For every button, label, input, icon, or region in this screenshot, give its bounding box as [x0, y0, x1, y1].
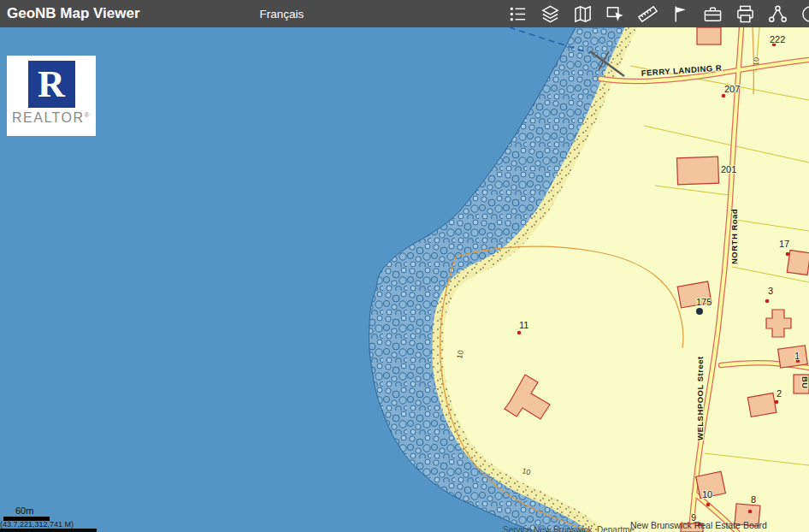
- coordinate-readout: (43.7,221,312,741 M): [0, 520, 74, 529]
- language-toggle-link[interactable]: Français: [260, 8, 304, 21]
- house-number-207: 207: [724, 84, 740, 94]
- realtor-wordmark: REALTOR®: [12, 110, 91, 126]
- share-network-icon: [768, 4, 788, 24]
- toolbar: [507, 3, 809, 24]
- house-number-201: 201: [721, 164, 736, 174]
- house-number-8: 8: [751, 494, 756, 505]
- house-number-2: 2: [777, 388, 782, 399]
- scale-bar: 60m: [3, 505, 50, 521]
- house-number-17: 17: [779, 239, 789, 249]
- share-button[interactable]: [767, 3, 788, 24]
- print-button[interactable]: [735, 3, 755, 24]
- toolbox-icon: [703, 4, 723, 24]
- road-label-bu: BU: [800, 376, 809, 389]
- toolbox-button[interactable]: [702, 3, 723, 24]
- road-label-north-road: NORTH Road: [729, 209, 739, 264]
- legend-button[interactable]: [507, 3, 528, 24]
- geonb-map-viewer: GeoNB Map Viewer Français: [0, 0, 809, 532]
- contour-label: 10: [455, 350, 465, 360]
- house-number-222: 222: [770, 34, 785, 44]
- header-bar: GeoNB Map Viewer Français: [0, 0, 809, 27]
- house-number-3: 3: [768, 286, 773, 296]
- map-viewport[interactable]: 10 10 10: [0, 27, 809, 532]
- measure-icon: [638, 4, 658, 24]
- legend-icon: [508, 4, 528, 24]
- print-icon: [735, 4, 755, 24]
- layers-button[interactable]: [540, 3, 560, 24]
- coordinate-panel-edge: [0, 529, 97, 532]
- realtor-r-icon: R: [28, 61, 75, 108]
- help-icon: [800, 4, 809, 24]
- layers-icon: [540, 4, 560, 24]
- house-number-10: 10: [702, 489, 712, 499]
- identify-icon: [605, 4, 625, 24]
- realtor-logo: R REALTOR®: [7, 56, 96, 136]
- selected-point: [696, 308, 703, 315]
- house-number-175: 175: [696, 297, 712, 307]
- map-canvas[interactable]: 10 10 10: [0, 27, 809, 532]
- house-number-11: 11: [519, 320, 529, 330]
- draw-button[interactable]: [670, 3, 690, 24]
- road-label-welshpool-street: WELSHPOOL Street: [695, 356, 705, 440]
- draw-flag-icon: [670, 4, 690, 24]
- measure-button[interactable]: [637, 3, 658, 24]
- basemap-icon: [573, 4, 593, 24]
- help-button[interactable]: [800, 3, 809, 24]
- realtor-letter: R: [38, 62, 65, 106]
- attribution-snb: Service New Brunswick, Departme: [503, 525, 635, 532]
- registered-mark: ®: [85, 111, 91, 119]
- app-title: GeoNB Map Viewer: [7, 5, 140, 22]
- scale-bar-label: 60m: [15, 505, 50, 516]
- house-number-1: 1: [794, 351, 800, 361]
- identify-button[interactable]: [605, 3, 625, 24]
- attribution-nbreb: New Brunswick Real Estate Board: [630, 520, 767, 530]
- basemap-button[interactable]: [572, 3, 593, 24]
